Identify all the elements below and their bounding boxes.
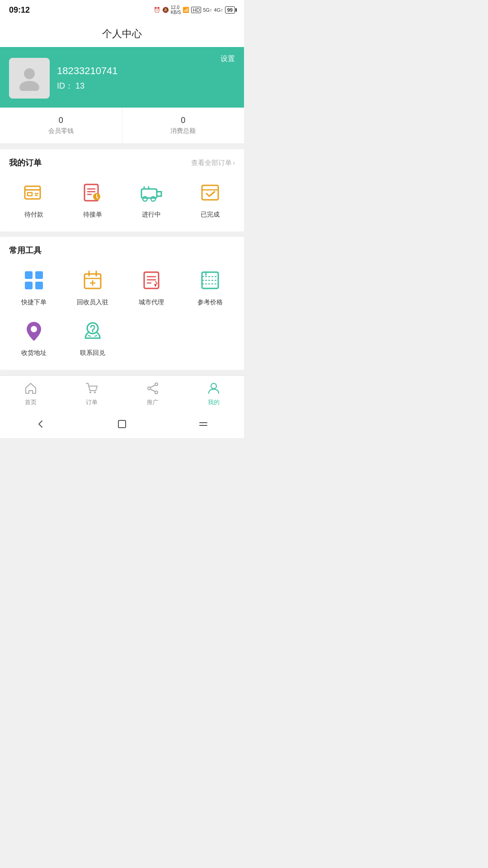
stat-total-spend-value: 0 — [122, 116, 244, 125]
stat-total-spend-label: 消费总额 — [122, 127, 244, 135]
profile-id: ID： 13 — [57, 80, 118, 91]
collector-register-label: 回收员入驻 — [77, 298, 108, 307]
status-time: 09:12 — [9, 5, 30, 15]
svg-point-49 — [155, 391, 158, 394]
home-button[interactable] — [115, 417, 129, 431]
home-icon — [23, 380, 39, 396]
system-nav-bar — [0, 412, 244, 438]
svg-line-44 — [94, 335, 97, 336]
stat-member-balance-value: 0 — [0, 116, 122, 125]
svg-rect-19 — [202, 185, 218, 200]
svg-rect-22 — [35, 271, 43, 279]
contact-icon — [79, 317, 106, 344]
mute-icon: 🔕 — [162, 7, 169, 13]
in-progress-icon — [138, 179, 165, 206]
profile-info: 18233210741 ID： 13 — [57, 65, 118, 91]
stat-total-spend[interactable]: 0 消费总额 — [122, 108, 244, 143]
profile-content: 18233210741 ID： 13 — [9, 58, 235, 99]
order-item-pending-accept[interactable]: 待接单 — [63, 174, 122, 224]
avatar-icon — [16, 64, 43, 93]
page-title: 个人中心 — [102, 28, 142, 39]
tools-grid-row2: 收货地址 联系回兑 — [0, 312, 244, 363]
completed-label: 已完成 — [201, 211, 220, 219]
menu-button[interactable] — [197, 417, 210, 431]
tool-contact[interactable]: 联系回兑 — [63, 312, 122, 363]
status-bar: 09:12 ⏰ 🔕 12.0KB/S 📶 HD 5G↑ 4G↑ 99 — [0, 0, 244, 20]
svg-point-46 — [94, 392, 96, 393]
quick-order-icon — [20, 267, 47, 294]
profile-phone: 18233210741 — [57, 65, 118, 77]
tool-collector-register[interactable]: 回收员入驻 — [63, 261, 122, 312]
tool-reference-price[interactable]: ¥ 参考价格 — [181, 261, 239, 312]
nav-item-home[interactable]: 首页 — [23, 380, 39, 406]
address-icon — [20, 317, 47, 344]
nav-home-label: 首页 — [25, 398, 37, 406]
quick-order-label: 快捷下单 — [21, 298, 47, 307]
svg-point-41 — [31, 326, 37, 332]
collector-register-icon — [79, 267, 106, 294]
order-item-in-progress[interactable]: 进行中 — [122, 174, 181, 224]
svg-point-1 — [19, 81, 39, 91]
tool-address[interactable]: 收货地址 — [5, 312, 63, 363]
reference-price-label: 参考价格 — [197, 298, 223, 307]
tools-grid-row1: 快捷下单 回收员入驻 — [0, 261, 244, 312]
svg-point-0 — [24, 68, 35, 79]
id-value: 13 — [75, 81, 84, 90]
user-icon — [206, 380, 222, 396]
svg-point-47 — [155, 383, 158, 386]
svg-line-35 — [155, 281, 157, 284]
view-all-orders-button[interactable]: 查看全部订单 › — [191, 159, 235, 167]
svg-line-50 — [150, 385, 155, 387]
id-label: ID： — [57, 81, 73, 90]
tools-section: 常用工具 快捷下单 — [0, 237, 244, 370]
nav-share-label: 推广 — [147, 398, 159, 406]
battery-indicator: 99 — [225, 6, 235, 14]
address-label: 收货地址 — [21, 349, 47, 357]
reference-price-icon: ¥ — [197, 267, 224, 294]
page-header: 个人中心 — [0, 20, 244, 47]
stat-member-balance-label: 会员零钱 — [0, 127, 122, 135]
settings-button[interactable]: 设置 — [221, 54, 235, 64]
svg-point-45 — [89, 392, 91, 393]
hd-icon: HD — [191, 7, 201, 13]
signal-4g-icon: 4G↑ — [214, 7, 223, 13]
alarm-icon: ⏰ — [154, 7, 160, 13]
pending-payment-label: 待付款 — [24, 211, 43, 219]
svg-point-52 — [211, 383, 216, 389]
orders-section: 我的订单 查看全部订单 › 待付款 — [0, 149, 244, 231]
svg-text:¥: ¥ — [205, 272, 207, 277]
in-progress-label: 进行中 — [142, 211, 161, 219]
avatar[interactable] — [9, 58, 50, 99]
orders-icon-grid: 待付款 待接单 — [0, 174, 244, 224]
wifi-icon: 📶 — [183, 7, 189, 13]
pending-payment-icon — [20, 179, 47, 206]
order-item-pending-payment[interactable]: 待付款 — [5, 174, 63, 224]
stats-row: 0 会员零钱 0 消费总额 — [0, 108, 244, 144]
network-speed: 12.0KB/S — [171, 5, 181, 15]
svg-rect-24 — [35, 282, 43, 289]
tool-quick-order[interactable]: 快捷下单 — [5, 261, 63, 312]
svg-line-43 — [88, 335, 91, 336]
pending-accept-label: 待接单 — [83, 211, 102, 219]
completed-icon — [197, 179, 224, 206]
svg-rect-4 — [28, 193, 32, 196]
order-item-completed[interactable]: 已完成 — [181, 174, 239, 224]
signal-5g-icon: 5G↑ — [203, 7, 212, 13]
stat-member-balance[interactable]: 0 会员零钱 — [0, 108, 122, 143]
tools-title: 常用工具 — [0, 237, 244, 261]
city-agent-icon — [138, 267, 165, 294]
tool-city-agent[interactable]: 城市代理 — [122, 261, 181, 312]
svg-rect-21 — [25, 271, 33, 279]
chevron-right-icon: › — [233, 159, 235, 166]
svg-line-51 — [150, 389, 155, 392]
nav-item-share[interactable]: 推广 — [145, 380, 161, 406]
svg-point-48 — [148, 387, 150, 390]
back-button[interactable] — [34, 417, 47, 431]
pending-accept-icon — [79, 179, 106, 206]
svg-rect-23 — [25, 282, 33, 289]
nav-item-orders[interactable]: 订单 — [84, 380, 100, 406]
nav-orders-label: 订单 — [86, 398, 98, 406]
bottom-nav: 首页 订单 推广 — [0, 375, 244, 412]
nav-item-profile[interactable]: 我的 — [206, 380, 222, 406]
orders-title: 我的订单 — [9, 157, 42, 168]
